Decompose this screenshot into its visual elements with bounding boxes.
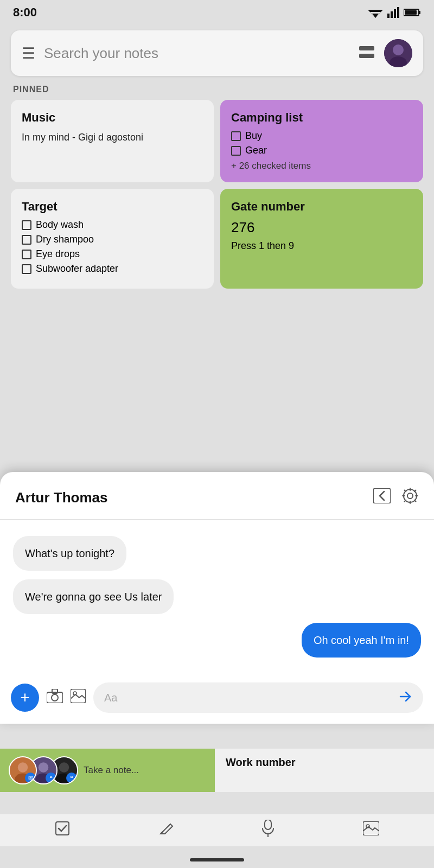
checkbox-gear [231, 146, 241, 156]
bottom-avatars: ✉ ❝ ❝ [9, 756, 78, 784]
note-music-title: Music [22, 111, 203, 125]
note-camping-title: Camping list [231, 111, 412, 125]
svg-rect-15 [373, 488, 391, 503]
message-1: What's up tonight? [13, 536, 126, 571]
search-placeholder: Search your notes [44, 45, 350, 62]
avatar-2-badge: ❝ [46, 773, 56, 783]
checkbox-dryshampoo [22, 235, 31, 245]
checkbox-eyedrops [22, 250, 31, 259]
take-note-label: Take a note... [84, 765, 139, 776]
checkbox-buy [231, 131, 241, 141]
svg-rect-10 [359, 46, 374, 50]
svg-marker-2 [372, 14, 379, 18]
camping-more-items: + 26 checked items [231, 161, 412, 171]
checkbox-subwoofer [22, 264, 31, 274]
svg-rect-11 [359, 54, 374, 58]
bottom-toolbar [0, 814, 434, 846]
svg-point-24 [18, 762, 28, 772]
checkbox-tool-icon[interactable] [55, 821, 70, 840]
layout-toggle-icon[interactable] [359, 46, 375, 60]
settings-icon[interactable] [401, 487, 419, 508]
svg-rect-4 [391, 11, 393, 18]
svg-point-13 [393, 44, 404, 55]
note-gate-number: 276 [231, 219, 412, 236]
svg-rect-32 [56, 822, 69, 835]
svg-point-27 [39, 762, 48, 772]
back-icon[interactable] [373, 488, 391, 507]
image-tool-icon[interactable] [363, 821, 379, 839]
note-target[interactable]: Target Body wash Dry shampoo Eye drops S… [11, 189, 214, 289]
signal-icon [387, 7, 399, 18]
avatar-3-badge: ❝ [66, 773, 77, 783]
camera-icon[interactable] [47, 689, 63, 707]
note-gate-instruction: Press 1 then 9 [231, 240, 412, 252]
bottom-note-right[interactable]: Work number [215, 749, 434, 792]
svg-point-17 [404, 489, 417, 502]
message-3: Oh cool yeah I'm in! [302, 623, 421, 658]
chat-header-icons [373, 487, 419, 508]
hamburger-icon[interactable]: ☰ [22, 44, 35, 62]
chat-overlay: Artur Thomas What's up tonight? We're go… [0, 472, 434, 724]
status-bar: 8:00 [0, 0, 434, 25]
svg-point-30 [59, 762, 69, 772]
image-icon[interactable] [71, 689, 86, 707]
search-bar[interactable]: ☰ Search your notes [11, 30, 423, 76]
svg-rect-6 [397, 7, 399, 18]
status-time: 8:00 [13, 5, 37, 20]
wifi-icon [368, 7, 383, 18]
svg-point-16 [407, 493, 413, 499]
avatar-1: ✉ [9, 756, 37, 784]
camping-item-gear: Gear [231, 145, 412, 156]
status-icons [368, 7, 421, 18]
bottom-note-left[interactable]: ✉ ❝ ❝ Take a note... [0, 749, 215, 792]
pen-tool-icon[interactable] [158, 821, 174, 840]
message-2: We're gonna go see Us later [13, 579, 174, 614]
battery-icon [404, 8, 421, 17]
note-music-body: In my mind - Gigi d agostoni [22, 130, 203, 145]
note-gate-title: Gate number [231, 200, 412, 214]
camping-item-buy: Buy [231, 130, 412, 142]
notes-grid: Music In my mind - Gigi d agostoni Campi… [0, 100, 434, 289]
bottom-strip: ✉ ❝ ❝ Take a note... Work number [0, 749, 434, 792]
user-avatar[interactable] [384, 39, 412, 67]
bottom-note-right-title: Work number [226, 756, 423, 769]
note-music[interactable]: Music In my mind - Gigi d agostoni [11, 100, 214, 182]
svg-point-19 [52, 694, 58, 701]
chat-input-bar: + Aa [0, 674, 434, 724]
input-placeholder: Aa [104, 692, 117, 704]
note-camping[interactable]: Camping list Buy Gear + 26 checked items [220, 100, 423, 182]
pinned-label: PINNED [13, 85, 421, 94]
checkbox-bodywash [22, 220, 31, 230]
chat-contact-name: Artur Thomas [15, 489, 107, 506]
chat-input-field[interactable]: Aa [93, 682, 423, 713]
chat-header: Artur Thomas [0, 472, 434, 520]
home-indicator [190, 858, 244, 861]
note-gate[interactable]: Gate number 276 Press 1 then 9 [220, 189, 423, 289]
avatar-1-badge: ✉ [25, 773, 36, 783]
svg-rect-33 [265, 820, 271, 829]
note-target-title: Target [22, 200, 203, 214]
add-button[interactable]: + [11, 684, 39, 712]
svg-rect-8 [419, 11, 420, 14]
mic-tool-icon[interactable] [261, 820, 275, 841]
chat-messages: What's up tonight? We're gonna go see Us… [0, 520, 434, 674]
svg-rect-9 [405, 10, 417, 15]
svg-rect-5 [394, 9, 396, 18]
svg-rect-3 [387, 14, 390, 18]
send-icon[interactable] [398, 690, 412, 705]
